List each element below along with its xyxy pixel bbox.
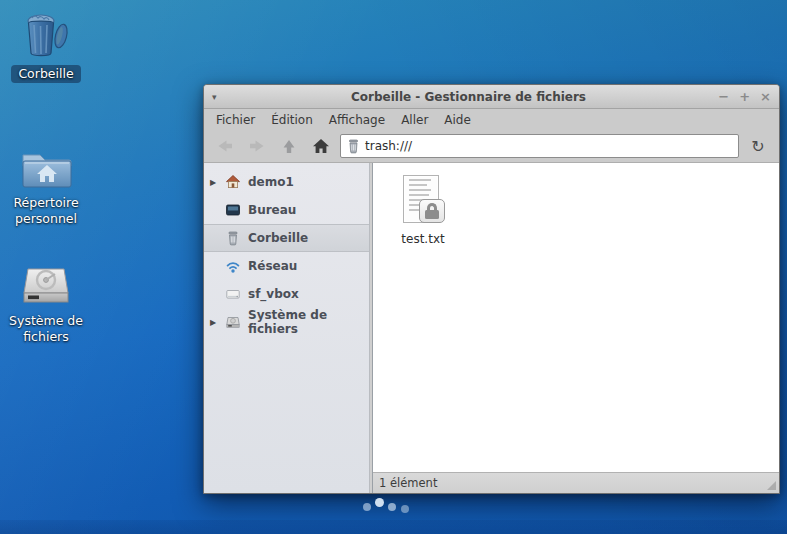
window-content: ▶ demo1 Bureau: [204, 163, 779, 493]
dock-dot: [375, 498, 384, 507]
minimize-button[interactable]: −: [718, 90, 729, 103]
menu-affichage[interactable]: Affichage: [321, 111, 393, 129]
sidebar-item-label: demo1: [248, 175, 294, 189]
window-titlebar[interactable]: ▾ Corbeille - Gestionnaire de fichiers −…: [204, 85, 779, 109]
file-list-area[interactable]: test.txt: [373, 163, 779, 472]
filesystem-drive-icon: [224, 314, 242, 330]
desktop-icon-label: Système de fichiers: [7, 313, 85, 344]
reload-icon: ↻: [751, 137, 764, 156]
dock-dot: [388, 503, 396, 511]
window-title: Corbeille - Gestionnaire de fichiers: [232, 90, 705, 104]
desktop-icon-corbeille[interactable]: Corbeille: [4, 8, 88, 83]
back-button[interactable]: [212, 134, 238, 158]
sidebar-item-corbeille[interactable]: Corbeille: [204, 224, 369, 252]
statusbar: 1 élément: [373, 472, 779, 493]
arrow-right-icon: [248, 138, 266, 154]
menubar: Fichier Édition Affichage Aller Aide: [204, 109, 779, 130]
resize-grip[interactable]: [767, 481, 776, 490]
trash-icon: [347, 138, 360, 154]
home-button[interactable]: [308, 134, 334, 158]
toolbar: trash:/// ↻: [204, 130, 779, 163]
dock-dot: [401, 505, 409, 513]
lock-emblem-icon: [419, 199, 445, 223]
up-button[interactable]: [276, 134, 302, 158]
file-name: test.txt: [389, 232, 457, 246]
menu-edition[interactable]: Édition: [263, 111, 321, 129]
desktop-icon: [224, 202, 242, 218]
hidden-dock-indicator[interactable]: [360, 495, 416, 515]
desktop-icon-label: Répertoire personnel: [7, 195, 85, 226]
sidebar-item-label: Réseau: [248, 259, 297, 273]
sidebar-item-bureau[interactable]: Bureau: [204, 196, 369, 224]
sidebar-item-label: Système de fichiers: [248, 308, 369, 336]
expander-icon[interactable]: ▶: [208, 178, 218, 187]
menu-fichier[interactable]: Fichier: [208, 111, 263, 129]
home-icon: [224, 174, 242, 190]
sidebar-item-label: sf_vbox: [248, 287, 299, 301]
desktop-icon-home[interactable]: Répertoire personnel: [4, 146, 88, 227]
location-bar[interactable]: trash:///: [340, 134, 739, 158]
hard-drive-icon: [19, 264, 73, 310]
location-path[interactable]: trash:///: [365, 139, 412, 153]
sidebar-item-label: Corbeille: [248, 231, 308, 245]
menu-aide[interactable]: Aide: [436, 111, 479, 129]
sidebar-item-label: Bureau: [248, 203, 296, 217]
drive-icon: [224, 286, 242, 302]
reload-button[interactable]: ↻: [745, 134, 771, 158]
window-menu-button[interactable]: ▾: [212, 92, 232, 102]
desktop-icon-label: Corbeille: [11, 65, 80, 83]
expander-icon[interactable]: ▶: [208, 318, 218, 327]
wallpaper-bottom-shade: [0, 520, 787, 534]
statusbar-text: 1 élément: [379, 476, 437, 490]
file-item-test-txt[interactable]: test.txt: [389, 175, 457, 246]
home-folder-icon: [18, 146, 74, 192]
arrow-left-icon: [216, 138, 234, 154]
arrow-up-icon: [281, 138, 297, 155]
sidebar-shortcuts: ▶ demo1 Bureau: [204, 163, 370, 493]
sidebar-item-demo1[interactable]: ▶ demo1: [204, 168, 369, 196]
sidebar-item-sfvbox[interactable]: sf_vbox: [204, 280, 369, 308]
desktop-icon-filesystem[interactable]: Système de fichiers: [4, 264, 88, 345]
forward-button[interactable]: [244, 134, 270, 158]
menu-aller[interactable]: Aller: [393, 111, 436, 129]
maximize-button[interactable]: +: [739, 90, 750, 103]
network-icon: [224, 258, 242, 274]
home-icon: [312, 138, 330, 154]
file-manager-window: ▾ Corbeille - Gestionnaire de fichiers −…: [203, 84, 780, 494]
trash-full-icon: [20, 8, 72, 62]
sidebar-item-systeme[interactable]: ▶ Système de fichiers: [204, 308, 369, 336]
close-button[interactable]: ×: [760, 90, 771, 103]
file-view-pane: test.txt 1 élément: [372, 163, 779, 493]
sidebar-item-reseau[interactable]: Réseau: [204, 252, 369, 280]
dock-dot: [363, 503, 371, 511]
trash-icon: [224, 230, 242, 246]
